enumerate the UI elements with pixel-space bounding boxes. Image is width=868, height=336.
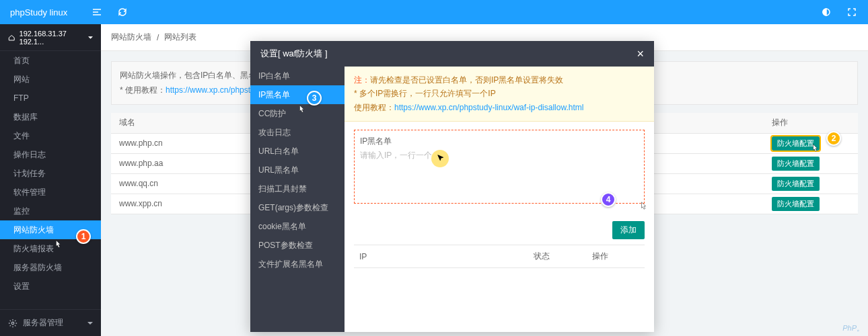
chevron-down-icon [88,35,93,40]
modal-table-ip: IP [354,245,528,268]
modal-nav-label: IP白名单 [258,71,290,82]
config-button[interactable]: 防火墙配置 [772,157,820,171]
watermark: PhP。 [842,323,864,333]
sidebar-footer-server-manage[interactable]: 服务器管理 [0,309,101,336]
cursor-icon [54,239,63,249]
header-icons-right [820,6,858,18]
table-header-action: 操作 [764,113,858,133]
breadcrumb-link[interactable]: 网站防火墙 [111,32,151,43]
cursor-icon [811,142,820,153]
menu-toggle-icon[interactable] [91,6,103,18]
theme-icon[interactable] [820,6,832,18]
home-icon [8,34,15,42]
sidebar-nav: 首页 网站 FTP 数据库 文件 操作日志 计划任务 软件管理 监控 网站防火墙… [0,51,101,309]
svg-point-4 [11,322,14,325]
modal-nav-ip-whitelist[interactable]: IP白名单 [250,67,345,85]
sidebar-item-website[interactable]: 网站 [0,70,101,89]
config-button[interactable]: 防火墙配置 [772,197,820,211]
modal-nav-label: 扫描工具封禁 [258,183,307,195]
sidebar-item-settings[interactable]: 设置 [0,277,101,296]
modal-nav-label: CC防护 [258,108,286,120]
sidebar-item-label: 网站 [13,74,30,85]
top-header: phpStudy linux [0,0,868,24]
modal-nav-get-args[interactable]: GET(args)参数检查 [250,198,345,217]
modal-nav-label: 攻击日志 [258,127,291,138]
sidebar-item-label: 防火墙报表 [13,243,54,255]
sidebar-item-files[interactable]: 文件 [0,126,101,145]
annotation-marker-2: 2 [826,131,841,146]
modal-notice-line3: 使用教程：https://www.xp.cn/phpstudy-linux/wa… [354,101,645,114]
annotation-marker-3: 3 [307,91,322,106]
modal-nav-scan-block[interactable]: 扫描工具封禁 [250,179,345,198]
modal-notice-line1: 注：请先检查是否已设置白名单，否则IP黑名单设置将失效 [354,73,645,87]
modal-nav-label: IP黑名单 [258,89,290,101]
modal-tutorial-link[interactable]: https://www.xp.cn/phpstudy-linux/waf-ip-… [394,103,583,112]
sidebar-item-label: 服务器防火墙 [13,262,62,274]
modal-nav-url-whitelist[interactable]: URL白名单 [250,142,345,161]
sidebar-item-monitor[interactable]: 监控 [0,202,101,220]
annotation-marker-1: 1 [76,229,91,244]
modal-nav-label: URL黑名单 [258,165,299,176]
modal-nav-ext[interactable]: 文件扩展名黑名单 [250,255,345,274]
modal-nav-ip-blacklist[interactable]: IP黑名单 [250,85,345,104]
sidebar-item-label: 首页 [13,55,30,67]
ip-textarea[interactable] [360,150,639,196]
modal-nav-cookie[interactable]: cookie黑名单 [250,217,345,236]
modal-nav-post[interactable]: POST参数检查 [250,236,345,255]
modal-nav-label: POST参数检查 [258,240,313,251]
fullscreen-icon[interactable] [846,6,858,18]
modal-notice: 注：请先检查是否已设置白名单，否则IP黑名单设置将失效 * 多个IP需换行，一行… [345,67,654,122]
waf-modal: 设置[ waf防火墙 ] × IP白名单 IP黑名单 CC防护 攻击日志 URL… [250,41,654,332]
sidebar-item-label: 文件 [13,130,30,142]
sidebar-item-ftp[interactable]: FTP [0,89,101,108]
modal-nav-label: 文件扩展名黑名单 [258,259,323,270]
sidebar-item-database[interactable]: 数据库 [0,108,101,126]
modal-ip-table: IP 状态 操作 [354,245,645,268]
ip-selector[interactable]: 192.168.31.37 192.1... [0,24,101,51]
modal-title: 设置[ waf防火墙 ] [260,48,328,60]
sidebar-item-home[interactable]: 首页 [0,51,101,70]
chevron-down-icon [87,321,93,326]
modal-nav-attack-log[interactable]: 攻击日志 [250,123,345,142]
config-button[interactable]: 防火墙配置 [772,177,820,191]
sidebar-item-software[interactable]: 软件管理 [0,183,101,202]
sidebar-item-label: 数据库 [13,112,38,123]
breadcrumb-current: 网站列表 [164,32,196,43]
modal-notice-line2: * 多个IP需换行，一行只允许填写一个IP [354,87,645,100]
gear-icon [8,319,17,328]
cursor-icon [639,200,649,211]
breadcrumb-sep: / [157,33,159,42]
sidebar-item-server-firewall[interactable]: 服务器防火墙 [0,258,101,277]
ip-box-label: IP黑名单 [360,136,639,147]
modal-nav-label: GET(args)参数检查 [258,202,328,214]
brand: phpStudy linux [10,7,67,17]
cursor-icon [297,103,307,114]
modal-table-status: 状态 [528,245,586,268]
modal-header: 设置[ waf防火墙 ] × [250,41,654,67]
modal-nav-label: cookie黑名单 [258,221,306,233]
modal-nav-url-blacklist[interactable]: URL黑名单 [250,161,345,179]
cursor-icon [437,153,446,164]
add-button[interactable]: 添加 [612,221,645,239]
sidebar-item-label: 计划任务 [13,168,46,179]
sidebar-item-cron[interactable]: 计划任务 [0,164,101,183]
sidebar-item-label: 软件管理 [13,187,46,198]
annotation-marker-4: 4 [601,192,616,207]
sidebar-footer-label: 服务器管理 [23,317,63,329]
modal-nav-label: URL白名单 [258,146,299,157]
sidebar-item-label: 监控 [13,206,30,217]
main-sidebar: 192.168.31.37 192.1... 首页 网站 FTP 数据库 文件 … [0,24,101,336]
sidebar-item-label: 设置 [13,281,30,292]
modal-table-action: 操作 [587,245,645,268]
sidebar-item-label: 操作日志 [13,149,46,161]
ip-input-box: IP黑名单 [354,130,645,204]
sidebar-item-label: 网站防火墙 [13,224,54,236]
ip-selector-text: 192.168.31.37 192.1... [20,30,84,46]
sidebar-item-label: FTP [13,93,29,103]
refresh-icon[interactable] [116,6,129,18]
modal-close-button[interactable]: × [637,47,644,61]
header-icons-left [91,6,129,18]
sidebar-item-logs[interactable]: 操作日志 [0,145,101,164]
